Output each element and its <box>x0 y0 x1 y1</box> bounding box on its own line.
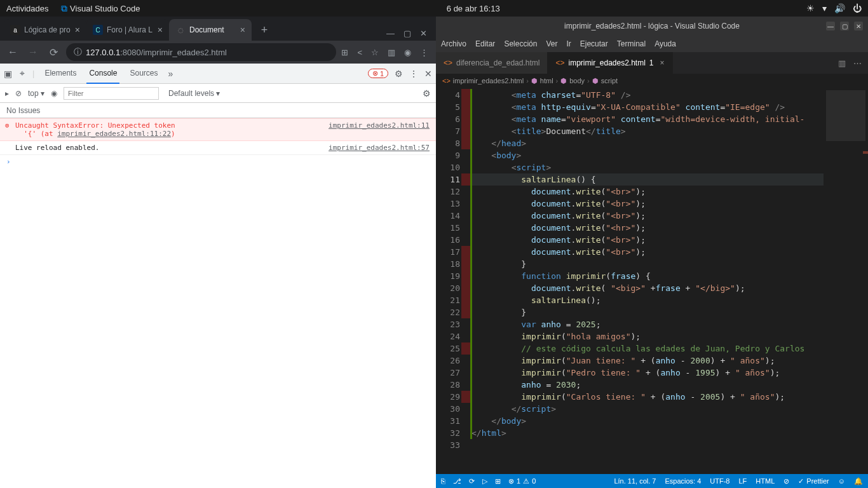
menu-icon[interactable]: ⋮ <box>420 48 428 57</box>
clock[interactable]: 6 de abr 16:13 <box>140 4 806 13</box>
filter-input[interactable] <box>64 87 159 100</box>
indentation[interactable]: Espacios: 4 <box>665 477 701 485</box>
menu-terminal[interactable]: Terminal <box>617 39 646 48</box>
elements-tab[interactable]: Elements <box>42 64 79 84</box>
menu-ayuda[interactable]: Ayuda <box>654 39 676 48</box>
kebab-icon[interactable]: ⋮ <box>409 69 418 79</box>
vscode-window: imprimir_edades2.html - lógica - Visual … <box>436 17 868 488</box>
minimize-icon[interactable]: — <box>826 22 835 30</box>
sidebar-toggle-icon[interactable]: ▸ <box>5 89 9 98</box>
menu-ejecutar[interactable]: Ejecutar <box>580 39 608 48</box>
close-icon[interactable]: × <box>660 58 665 67</box>
console-tab[interactable]: Console <box>86 64 119 84</box>
sync-icon[interactable]: ⟳ <box>469 477 475 485</box>
msg-source-link[interactable]: imprimir_edades2.html:57 <box>329 144 430 152</box>
maximize-icon[interactable]: ▢ <box>403 29 411 38</box>
scm-icon[interactable]: ⎇ <box>453 477 461 485</box>
code-editor[interactable]: 4567891011121314151617181920212223242526… <box>436 88 868 474</box>
menu-editar[interactable]: Editar <box>475 39 495 48</box>
devtools-tabs: ▣ ⌖ | Elements Console Sources » 1 ⚙ ⋮ ✕ <box>0 64 436 84</box>
panel-icon[interactable]: ▥ <box>388 48 395 57</box>
info-icon: ⓘ <box>74 46 82 58</box>
console-prompt[interactable]: › <box>0 155 436 168</box>
console-error[interactable]: Uncaught SyntaxError: Unexpected token '… <box>0 118 436 141</box>
menu-archivo[interactable]: Archivo <box>441 39 466 48</box>
volume-icon: 🔊 <box>834 3 845 13</box>
cursor-position[interactable]: Lín. 11, col. 7 <box>614 477 656 485</box>
issues-bar[interactable]: No Issues <box>0 103 436 118</box>
editor-tab-0[interactable]: <>diferencia_de_edad.html <box>436 52 548 74</box>
close-icon[interactable]: × <box>75 25 80 35</box>
vscode-titlebar: imprimir_edades2.html - lógica - Visual … <box>436 17 868 36</box>
debug-icon[interactable]: ▷ <box>482 477 487 485</box>
minimap[interactable] <box>824 88 868 474</box>
address-bar[interactable]: ⓘ 127.0.0.1:8080/imprimir_edades2.html <box>66 43 336 61</box>
console-settings-icon[interactable]: ⚙ <box>423 88 431 98</box>
status-bar: ⎘ ⎇ ⟳ ▷ ⊞ ⊗ 1 ⚠ 0 Lín. 11, col. 7 Espaci… <box>436 474 868 488</box>
go-live-icon[interactable]: ⊘ <box>783 477 789 485</box>
close-window-icon[interactable]: ✕ <box>420 29 427 38</box>
eye-icon[interactable]: ◉ <box>51 89 57 98</box>
back-button[interactable]: ← <box>5 46 20 58</box>
chrome-tab-0[interactable]: aLógica de pro× <box>4 19 86 41</box>
menu-ir[interactable]: Ir <box>566 39 571 48</box>
gnome-top-bar: Actividades ⧉ Visual Studio Code 6 de ab… <box>0 0 868 17</box>
log-levels[interactable]: Default levels ▾ <box>165 87 223 100</box>
eol[interactable]: LF <box>739 477 747 485</box>
chrome-window: aLógica de pro× CForo | Alura L× ◌Docume… <box>0 17 436 488</box>
breadcrumb[interactable]: <> imprimir_edades2.html ›⬢ html ›⬢ body… <box>436 74 868 88</box>
forward-button[interactable]: → <box>25 46 41 58</box>
encoding[interactable]: UTF-8 <box>710 477 729 485</box>
new-tab-button[interactable]: + <box>255 21 273 39</box>
close-devtools-icon[interactable]: ✕ <box>424 69 432 79</box>
error-source-link[interactable]: imprimir_edades2.html:11 <box>322 121 430 138</box>
console-output: Uncaught SyntaxError: Unexpected token '… <box>0 118 436 488</box>
close-icon[interactable]: ✕ <box>854 22 863 30</box>
menu-seleccion[interactable]: Selección <box>504 39 537 48</box>
console-toolbar: ▸ ⊘ top ▾ ◉ Default levels ▾ ⚙ <box>0 84 436 103</box>
reload-button[interactable]: ⟳ <box>46 46 61 58</box>
remote-icon[interactable]: ⎘ <box>441 477 445 485</box>
more-tabs-icon[interactable]: » <box>168 69 173 79</box>
power-icon: ⏻ <box>853 3 862 13</box>
chrome-toolbar: ← → ⟳ ⓘ 127.0.0.1:8080/imprimir_edades2.… <box>0 41 436 64</box>
prettier-status[interactable]: ✓ Prettier <box>798 477 829 485</box>
menu-ver[interactable]: Ver <box>546 39 557 48</box>
more-actions-icon[interactable]: ⋯ <box>853 58 862 68</box>
close-icon[interactable]: × <box>158 25 163 35</box>
app-indicator[interactable]: ⧉ Visual Studio Code <box>61 3 140 14</box>
maximize-icon[interactable]: ▢ <box>840 22 849 30</box>
problems-indicator[interactable]: ⊗ 1 ⚠ 0 <box>508 477 536 485</box>
translate-icon[interactable]: ⊞ <box>341 48 348 57</box>
error-badge[interactable]: 1 <box>368 69 388 78</box>
system-tray[interactable]: ☀ ▾ 🔊 ⏻ <box>806 3 862 13</box>
device-icon[interactable]: ⌖ <box>20 68 25 79</box>
chrome-tab-2[interactable]: ◌Document× <box>169 19 252 41</box>
bookmark-icon[interactable]: ☆ <box>371 48 379 57</box>
bell-icon[interactable]: 🔔 <box>854 477 863 485</box>
chrome-tab-strip: aLógica de pro× CForo | Alura L× ◌Docume… <box>0 17 436 41</box>
minimize-icon[interactable]: — <box>386 29 395 38</box>
editor-tab-1[interactable]: <>imprimir_edades2.html 1× <box>548 52 672 74</box>
close-icon[interactable]: × <box>240 25 245 35</box>
brightness-icon: ☀ <box>806 3 815 13</box>
chrome-tab-1[interactable]: CForo | Alura L× <box>86 19 169 41</box>
inspect-icon[interactable]: ▣ <box>4 69 12 79</box>
share-icon[interactable]: < <box>357 48 362 57</box>
sources-tab[interactable]: Sources <box>127 64 160 84</box>
profile-icon[interactable]: ◉ <box>404 48 411 57</box>
context-selector[interactable]: top ▾ <box>28 89 44 98</box>
vscode-menubar: Archivo Editar Selección Ver Ir Ejecutar… <box>436 36 868 52</box>
console-message: Live reload enabled. imprimir_edades2.ht… <box>0 141 436 155</box>
clear-console-icon[interactable]: ⊘ <box>15 89 22 98</box>
settings-icon[interactable]: ⚙ <box>395 69 403 79</box>
feedback-icon[interactable]: ☺ <box>838 477 845 485</box>
editor-tab-strip: <>diferencia_de_edad.html <>imprimir_eda… <box>436 52 868 74</box>
wifi-icon: ▾ <box>822 3 827 13</box>
language-mode[interactable]: HTML <box>756 477 775 485</box>
ports-icon[interactable]: ⊞ <box>495 477 501 485</box>
split-editor-icon[interactable]: ▥ <box>838 58 846 68</box>
activities-button[interactable]: Actividades <box>6 4 48 13</box>
